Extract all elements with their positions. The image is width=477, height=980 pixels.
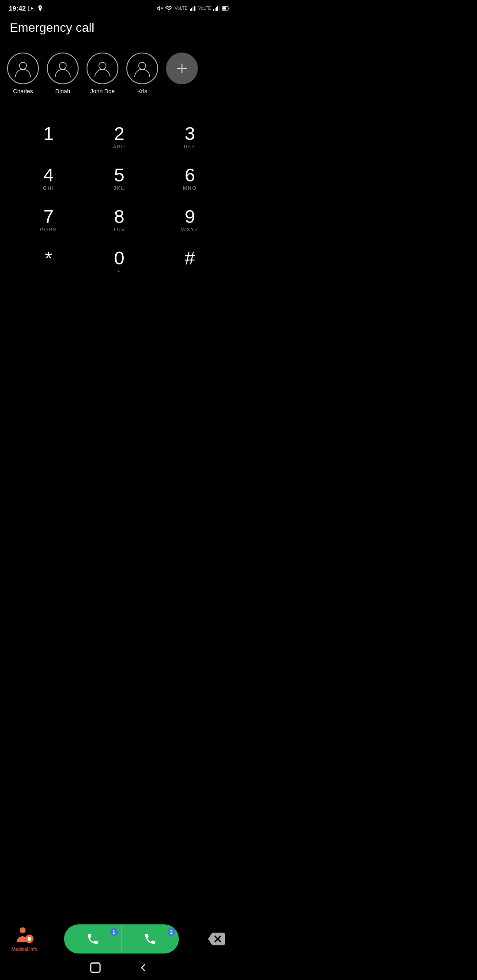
svg-rect-17 (229, 8, 230, 9)
wifi-icon (165, 5, 172, 11)
person-icon-dinah (53, 59, 72, 78)
person-icon-kris (133, 59, 151, 78)
svg-point-20 (59, 62, 66, 69)
contact-name-johndoe: John Doe (90, 88, 115, 94)
dialpad-letters-0: + (117, 268, 121, 275)
mute-icon (157, 5, 163, 11)
header: Emergency call (0, 15, 238, 39)
contact-johndoe[interactable]: John Doe (87, 53, 118, 94)
svg-rect-15 (219, 6, 220, 11)
dialpad-digit-3: 3 (185, 124, 195, 143)
dialpad-key-8[interactable]: 8 TUV (84, 200, 155, 241)
svg-rect-18 (222, 7, 226, 10)
dialpad-digit-5: 5 (114, 166, 124, 185)
contact-charles[interactable]: Charles (7, 53, 39, 94)
dialpad-letters-2: ABC (113, 144, 126, 150)
status-time: 19:42 (9, 4, 26, 12)
battery-icon (222, 6, 230, 11)
contact-name-dinah: Dinah (55, 88, 70, 94)
svg-rect-8 (193, 7, 193, 11)
dialpad-digit-9: 9 (185, 207, 195, 226)
status-left: 19:42 (9, 4, 42, 12)
page-title: Emergency call (10, 21, 229, 35)
dialpad-digit-4: 4 (43, 166, 53, 185)
svg-rect-14 (217, 6, 218, 11)
contact-avatar-dinah (47, 53, 79, 84)
signal2-icon (213, 6, 220, 11)
dialpad-digit-star: * (45, 249, 52, 268)
dialpad-key-star[interactable]: * (13, 241, 84, 283)
dialpad-key-0[interactable]: 0 + (84, 241, 155, 283)
dialpad-key-4[interactable]: 4 GHI (13, 158, 84, 200)
contact-name-charles: Charles (13, 88, 33, 94)
dialpad-letters-5: JKL (114, 185, 125, 192)
svg-point-22 (139, 62, 146, 69)
contacts-row: Charles Dinah John Doe Kris (0, 39, 238, 103)
status-right: VoLTE VoLTE (157, 5, 230, 11)
svg-rect-6 (190, 9, 191, 11)
svg-point-21 (99, 62, 106, 69)
dialpad-letters-8: TUV (113, 227, 125, 233)
plus-icon (175, 62, 189, 75)
svg-point-19 (19, 62, 26, 69)
dialpad-digit-0: 0 (114, 249, 124, 268)
dialpad-digit-7: 7 (43, 207, 53, 226)
dialpad: 1 2 ABC 3 DEF 4 GHI 5 JKL 6 MNO 7 PQRS 8… (0, 108, 238, 291)
contact-avatar-kris (126, 53, 158, 84)
person-icon-charles (14, 59, 32, 78)
dialpad-key-2[interactable]: 2 ABC (84, 117, 155, 158)
dialpad-key-7[interactable]: 7 PQRS (13, 200, 84, 241)
volte2-label: VoLTE (198, 6, 211, 11)
dialpad-digit-6: 6 (185, 166, 195, 185)
contact-dinah[interactable]: Dinah (47, 53, 79, 94)
svg-rect-9 (194, 6, 195, 11)
dialpad-letters-9: WXYZ (181, 227, 199, 233)
location-icon (38, 5, 42, 11)
add-avatar (166, 53, 198, 84)
contact-avatar-johndoe (87, 53, 118, 84)
dialpad-key-5[interactable]: 5 JKL (84, 158, 155, 200)
person-icon-johndoe (93, 59, 112, 78)
dialpad-key-9[interactable]: 9 WXYZ (155, 200, 225, 241)
status-bar: 19:42 VoLTE V (0, 0, 238, 15)
dialpad-digit-hash: # (185, 249, 195, 268)
dialpad-key-1[interactable]: 1 (13, 117, 84, 158)
dialpad-letters-4: GHI (43, 185, 54, 192)
add-contact-button[interactable] (166, 53, 198, 84)
dialpad-key-3[interactable]: 3 DEF (155, 117, 225, 158)
dialpad-key-6[interactable]: 6 MNO (155, 158, 225, 200)
dialpad-digit-8: 8 (114, 207, 124, 226)
svg-rect-12 (215, 8, 216, 11)
svg-rect-11 (213, 9, 214, 11)
svg-rect-13 (216, 7, 217, 11)
contact-name-kris: Kris (137, 88, 147, 94)
svg-rect-7 (191, 8, 192, 11)
volte1-label: VoLTE (174, 6, 187, 11)
contact-kris[interactable]: Kris (126, 53, 158, 94)
signal1-icon (190, 6, 196, 11)
dialpad-key-hash[interactable]: # (155, 241, 225, 283)
svg-rect-10 (195, 6, 196, 11)
dialpad-digit-2: 2 (114, 124, 124, 143)
contact-avatar-charles (7, 53, 39, 84)
dialpad-letters-7: PQRS (40, 227, 57, 233)
dialpad-letters-6: MNO (183, 185, 197, 192)
dialpad-letters-3: DEF (184, 144, 196, 150)
youtube-icon (28, 6, 35, 11)
dialpad-digit-1: 1 (43, 124, 53, 143)
